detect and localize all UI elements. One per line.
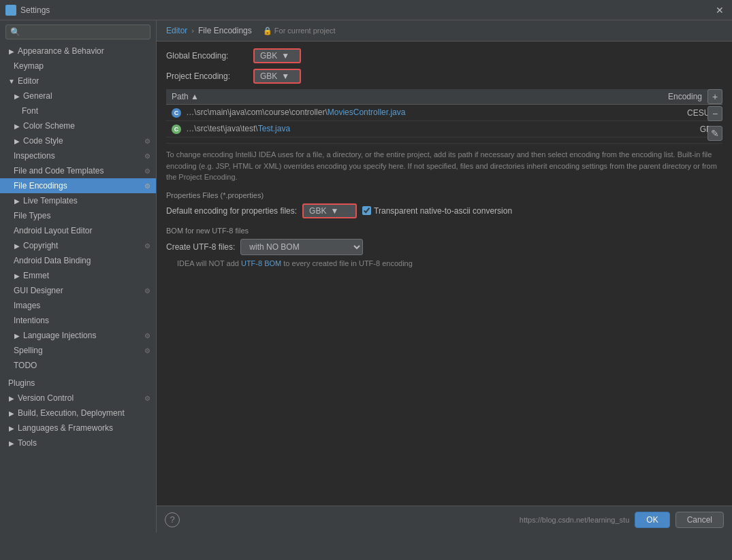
expand-arrow-icon: ▼ [8, 78, 15, 84]
expand-arrow-icon: ▶ [8, 425, 15, 431]
sidebar-item-emmet[interactable]: ▶ Emmet [0, 268, 156, 283]
sidebar-item-label: Android Layout Editor [14, 226, 92, 235]
dropdown-arrow-icon: ▼ [330, 206, 338, 216]
sidebar-item-label: Images [14, 301, 40, 310]
cancel-button[interactable]: Cancel [675, 512, 724, 528]
content-inner: Global Encoding: GBK ▼ Project Encoding:… [157, 42, 732, 506]
sidebar-item-code-style[interactable]: ▶ Code Style ⚙ [0, 133, 156, 148]
sidebar-item-font[interactable]: Font [0, 103, 156, 118]
sidebar-item-general[interactable]: ▶ General [0, 88, 156, 103]
sidebar-item-android-data-binding[interactable]: Android Data Binding [0, 253, 156, 268]
table-row[interactable]: C …\src\main\java\com\course\controller\… [166, 105, 722, 121]
sidebar-item-images[interactable]: Images [0, 298, 156, 313]
bom-section: BOM for new UTF-8 files Create UTF-8 fil… [166, 227, 722, 267]
bom-create-label: Create UTF-8 files: [166, 242, 235, 252]
properties-row: Default encoding for properties files: G… [166, 203, 722, 218]
sidebar-item-inspections[interactable]: Inspections ⚙ [0, 148, 156, 163]
sidebar-item-live-templates[interactable]: ▶ Live Templates [0, 193, 156, 208]
sidebar-item-label: TODO [14, 361, 37, 370]
content-wrapper: Editor › File Encodings 🔒 For current pr… [157, 20, 732, 533]
sidebar-item-gui-designer[interactable]: GUI Designer ⚙ [0, 283, 156, 298]
sidebar-item-build-execution[interactable]: ▶ Build, Execution, Deployment [0, 406, 156, 421]
project-encoding-value: GBK [260, 71, 277, 81]
bom-note-prefix: IDEA will NOT add [177, 259, 241, 267]
settings-icon: ⚙ [144, 137, 150, 145]
sidebar-item-tools[interactable]: ▶ Tools [0, 435, 156, 450]
properties-section-title: Properties Files (*.properties) [166, 191, 722, 199]
sidebar-item-appearance[interactable]: ▶ Appearance & Behavior [0, 44, 156, 59]
expand-arrow-icon: ▶ [8, 440, 15, 446]
sidebar-item-label: File Types [14, 211, 50, 220]
path-file: MoviesController.java [328, 108, 406, 117]
expand-arrow-icon: ▶ [14, 93, 20, 99]
bom-create-dropdown[interactable]: with NO BOM [240, 239, 363, 255]
ok-button[interactable]: OK [635, 512, 669, 528]
help-button[interactable]: ? [165, 512, 180, 527]
encoding-cell: GBK [611, 121, 722, 137]
content-area: Editor › File Encodings 🔒 For current pr… [157, 20, 732, 506]
transparent-checkbox-input[interactable] [362, 206, 371, 215]
sidebar-item-editor[interactable]: ▼ Editor [0, 73, 156, 88]
sidebar-item-label: Language Injections [23, 331, 96, 340]
table-row[interactable]: C …\src\test\java\test\Test.java GBK [166, 121, 722, 137]
sidebar-item-label: GUI Designer [14, 286, 63, 295]
sidebar-item-languages-frameworks[interactable]: ▶ Languages & Frameworks [0, 421, 156, 435]
sidebar-item-intentions[interactable]: Intentions [0, 313, 156, 328]
sidebar-item-android-layout-editor[interactable]: Android Layout Editor [0, 223, 156, 238]
sidebar-item-label: File and Code Templates [14, 166, 104, 176]
sidebar-item-label: Live Templates [23, 196, 78, 205]
properties-encoding-dropdown[interactable]: GBK ▼ [302, 203, 357, 218]
project-encoding-dropdown[interactable]: GBK ▼ [253, 69, 301, 84]
properties-encoding-value: GBK [309, 206, 326, 216]
edit-button[interactable]: ✎ [707, 126, 722, 141]
sidebar-item-label: Plugins [8, 378, 35, 388]
search-input[interactable] [20, 27, 146, 37]
bom-create-row: Create UTF-8 files: with NO BOM [166, 239, 722, 255]
dropdown-arrow-icon: ▼ [281, 51, 289, 61]
sidebar-item-todo[interactable]: TODO [0, 358, 156, 373]
sidebar-item-file-code-templates[interactable]: File and Code Templates ⚙ [0, 163, 156, 178]
file-path-cell: C …\src\main\java\com\course\controller\… [166, 105, 611, 121]
bom-note-link[interactable]: UTF-8 BOM [241, 259, 281, 267]
sidebar-item-language-injections[interactable]: ▶ Language Injections ⚙ [0, 328, 156, 343]
expand-arrow-icon: ▶ [14, 197, 20, 204]
bom-note: IDEA will NOT add UTF-8 BOM to every cre… [177, 259, 722, 267]
sidebar-item-copyright[interactable]: ▶ Copyright ⚙ [0, 238, 156, 253]
sidebar-item-file-encodings[interactable]: File Encodings ⚙ [0, 178, 156, 193]
sidebar-item-spelling[interactable]: Spelling ⚙ [0, 343, 156, 358]
add-button[interactable]: + [707, 89, 722, 104]
expand-arrow-icon: ▶ [14, 272, 20, 279]
expand-arrow-icon: ▶ [8, 410, 15, 416]
sidebar-item-plugins[interactable]: Plugins [0, 376, 156, 391]
file-icon: C [172, 125, 181, 134]
window-title: Settings [20, 5, 713, 15]
sidebar-item-version-control[interactable]: ▶ Version Control ⚙ [0, 391, 156, 406]
remove-button[interactable]: − [707, 106, 722, 121]
encoding-column-header[interactable]: Encoding [611, 89, 722, 105]
breadcrumb-parent[interactable]: Editor [166, 26, 187, 35]
sidebar: 🔍 ▶ Appearance & Behavior Keymap ▼ Edito… [0, 20, 157, 533]
settings-icon: ⚙ [144, 287, 150, 295]
close-button[interactable]: ✕ [713, 5, 727, 16]
sidebar-item-file-types[interactable]: File Types [0, 208, 156, 223]
sidebar-item-label: Intentions [14, 316, 49, 325]
sidebar-item-label: Keymap [14, 61, 44, 71]
bottom-buttons: https://blog.csdn.net/learning_stu OK Ca… [520, 512, 724, 528]
status-url: https://blog.csdn.net/learning_stu [520, 516, 629, 524]
sidebar-item-label: Editor [18, 76, 39, 86]
project-encoding-label: Project Encoding: [166, 71, 248, 81]
sidebar-item-label: Build, Execution, Deployment [18, 408, 125, 418]
sidebar-item-label: Code Style [23, 136, 63, 146]
global-encoding-dropdown[interactable]: GBK ▼ [253, 48, 301, 63]
table-container: Path ▲ Encoding C …\src\main\java\com\co… [166, 89, 722, 137]
search-box[interactable]: 🔍 [5, 24, 150, 39]
global-encoding-label: Global Encoding: [166, 51, 248, 61]
path-column-header[interactable]: Path ▲ [166, 89, 611, 105]
expand-arrow-icon: ▶ [8, 395, 15, 401]
sidebar-item-label: General [23, 91, 52, 101]
transparent-conversion-checkbox[interactable]: Transparent native-to-ascii conversion [362, 206, 512, 216]
bottom-bar: ? https://blog.csdn.net/learning_stu OK … [157, 506, 732, 533]
sidebar-item-color-scheme[interactable]: ▶ Color Scheme [0, 118, 156, 133]
sidebar-item-keymap[interactable]: Keymap [0, 59, 156, 73]
project-badge: 🔒 For current project [263, 27, 336, 35]
